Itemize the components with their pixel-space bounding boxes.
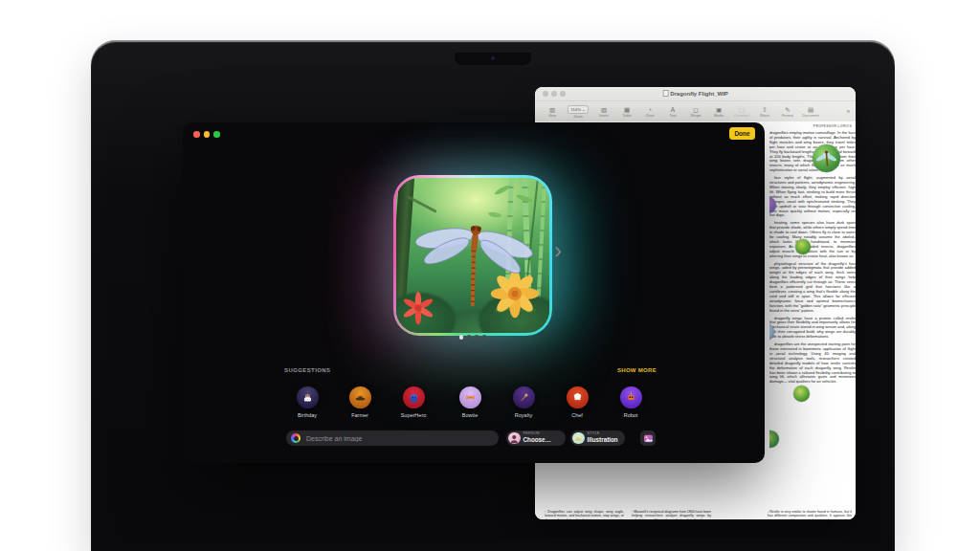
toolbar-item-view[interactable]: ▥ View — [541, 102, 564, 121]
document-paragraph: physiological structure of the dragonfly… — [769, 262, 856, 314]
chef-hat-icon — [567, 386, 589, 408]
toolbar-item-media[interactable]: ▣ Media — [707, 102, 730, 121]
robot-icon — [620, 386, 642, 408]
table-icon: ▦ — [624, 106, 630, 113]
done-button[interactable]: Done — [729, 127, 755, 140]
prompt-field[interactable] — [286, 430, 499, 446]
pages-window-title: Dragonfly Flight_WIP — [662, 90, 728, 97]
suggestions-heading: SUGGESTIONS — [284, 367, 330, 373]
document-header: PROFESSOR LORICS — [813, 124, 852, 128]
birthday-cake-icon — [297, 386, 319, 408]
pages-titlebar[interactable]: Dragonfly Flight_WIP — [535, 87, 856, 101]
display-notch — [455, 53, 531, 65]
toolbar-item-text[interactable]: A Text — [661, 102, 684, 121]
pages-title-text: Dragonfly Flight_WIP — [670, 91, 728, 97]
toolbar-item-format[interactable]: ✎ Format — [776, 102, 799, 121]
suggestion-birthday[interactable]: Birthday — [286, 386, 328, 418]
add-photo-button[interactable] — [640, 430, 656, 446]
format-icon: ✎ — [785, 106, 790, 113]
camera-dot — [491, 56, 495, 60]
footnote-3: ³ Resilin is very similar to elastin fou… — [768, 510, 852, 519]
footnote-2: ² Maxwell's reciprocal diagrams from 186… — [632, 510, 711, 519]
carousel-dot[interactable] — [482, 335, 487, 340]
suggestion-royalty[interactable]: Royalty — [502, 386, 545, 418]
inline-beetle-image — [793, 386, 810, 402]
style-chip[interactable]: STYLE Illustration — [570, 430, 625, 446]
suggestion-farmer[interactable]: Farmer — [339, 386, 381, 418]
show-more-button[interactable]: SHOW MORE — [617, 367, 657, 373]
suggestion-superhero[interactable]: SuperHero — [392, 386, 434, 418]
insert-icon: ▧ — [601, 106, 607, 113]
farmer-hat-icon — [349, 386, 371, 408]
toolbar-item-table[interactable]: ▦ Table — [615, 102, 638, 121]
inline-dragonfly-image — [813, 144, 840, 172]
photo-icon — [643, 433, 654, 444]
document-paragraph: dragonflies are the unexpected starting … — [769, 342, 856, 385]
inline-rainforest-image — [769, 430, 779, 448]
document-paragraph: heating, some species also have dark spo… — [769, 221, 856, 258]
footnote-1: ¹ Dragonflies can adjust wing shape, win… — [545, 510, 624, 519]
view-icon: ▥ — [549, 106, 555, 113]
prompt-input[interactable] — [304, 434, 494, 443]
document-paragraph: dragonfly wings have a protein called re… — [769, 317, 856, 341]
dragonfly-art — [406, 200, 541, 333]
share-icon: ⇧ — [762, 106, 767, 113]
comment-icon: ▢ — [739, 106, 745, 113]
inline-beetle-image — [795, 239, 811, 254]
document-icon — [662, 90, 668, 97]
bowtie-icon — [459, 386, 481, 408]
toolbar-item-document[interactable]: ▤ Document — [799, 102, 822, 121]
toolbar-overflow-icon[interactable]: » — [846, 108, 850, 115]
suggestion-chef[interactable]: Chef — [556, 386, 598, 418]
document-sidebar-icon: ▤ — [808, 106, 813, 113]
playground-traffic-lights — [193, 131, 220, 138]
close-button[interactable] — [193, 131, 200, 138]
style-illustration-icon — [572, 432, 585, 445]
person-icon — [508, 432, 521, 445]
generated-image-card[interactable] — [393, 175, 552, 336]
document-text-column: dragonflies employ motion camouflage. In… — [769, 131, 856, 475]
chart-icon: ◔ — [648, 106, 652, 113]
person-chip[interactable]: PERSON Choose… — [506, 430, 566, 446]
text-icon: A — [671, 106, 675, 113]
suggestion-robot[interactable]: Robot — [610, 386, 652, 418]
image-playground-window: Done — [183, 122, 765, 463]
minimize-button[interactable] — [204, 131, 211, 138]
generated-dragonfly-image — [396, 178, 549, 333]
superhero-icon — [403, 386, 425, 408]
pages-traffic-lights[interactable] — [543, 91, 566, 97]
image-playground-icon — [291, 433, 301, 443]
carousel-dot[interactable] — [467, 335, 472, 340]
pages-toolbar: ▥ View 114% ⌄ Zoom ▧ Insert ▦ Table — [535, 101, 856, 122]
toolbar-item-share[interactable]: ⇧ Share — [753, 102, 776, 121]
toolbar-item-comment[interactable]: ▢ Comment — [730, 102, 753, 121]
media-icon: ▣ — [716, 106, 722, 113]
toolbar-item-zoom[interactable]: 114% ⌄ Zoom — [564, 102, 592, 121]
prompt-bar: PERSON Choose… STYLE — [183, 430, 765, 446]
macbook: Dragonfly Flight_WIP ▥ View 114% ⌄ Zoom … — [91, 40, 895, 551]
macbook-screen: Dragonfly Flight_WIP ▥ View 114% ⌄ Zoom … — [104, 53, 881, 539]
carousel-dot-active[interactable] — [459, 335, 464, 340]
royalty-scepter-icon — [513, 386, 535, 408]
carousel-dots[interactable] — [393, 335, 552, 340]
zoom-button[interactable] — [213, 131, 220, 138]
carousel-dot[interactable] — [475, 335, 479, 340]
toolbar-item-shape[interactable]: ◻ Shape — [684, 102, 707, 121]
toolbar-item-chart[interactable]: ◔ Chart — [638, 102, 661, 121]
document-paragraph: four styles of flight, augmented by aeri… — [769, 176, 856, 218]
marketing-canvas: Dragonfly Flight_WIP ▥ View 114% ⌄ Zoom … — [0, 0, 980, 551]
suggestion-bowtie[interactable]: Bowtie — [449, 386, 491, 418]
shape-icon: ◻ — [693, 106, 698, 113]
zoom-dropdown[interactable]: 114% ⌄ — [568, 105, 588, 114]
next-image-arrow[interactable]: › — [554, 239, 562, 262]
chevron-down-icon: ⌄ — [582, 107, 586, 112]
toolbar-item-insert[interactable]: ▧ Insert — [592, 102, 615, 121]
